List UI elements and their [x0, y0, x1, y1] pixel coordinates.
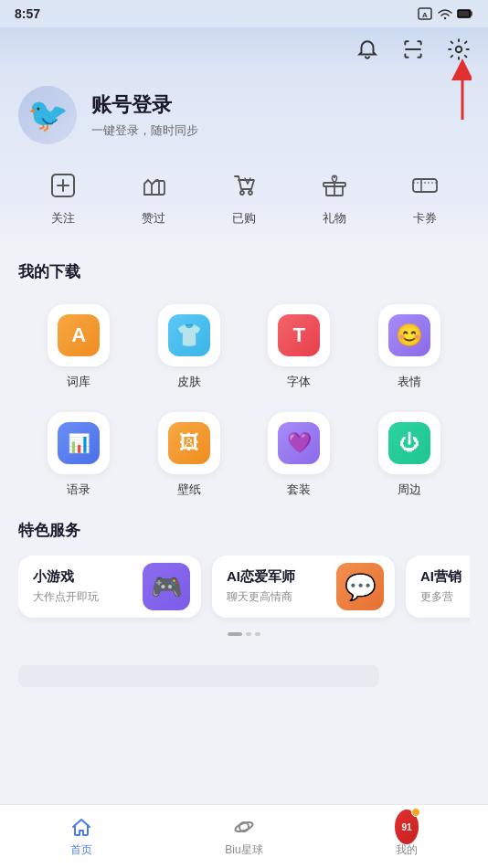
nav-item-profile[interactable]: 91 我的 [325, 808, 488, 865]
scan-button[interactable] [398, 35, 428, 64]
quick-action-follow-label: 关注 [51, 210, 75, 227]
quick-action-gift[interactable]: 礼物 [315, 166, 354, 227]
svg-rect-3 [459, 11, 469, 17]
profile-section: 🐦 账号登录 一键登录，随时同步 关注 [0, 71, 488, 245]
profile-subtitle: 一键登录，随时同步 [91, 122, 198, 139]
status-icons: A [417, 5, 473, 22]
scroll-indicator [18, 625, 470, 643]
scroll-dot-2 [246, 632, 251, 636]
profile-title: 账号登录 [91, 91, 198, 119]
bottom-nav: 首页 Biu星球 91 我的 [0, 804, 488, 868]
download-item-font[interactable]: T 字体 [246, 297, 353, 397]
ai-love-icon: 💬 [336, 563, 384, 610]
downloads-section: 我的下载 A 词库 👕 皮肤 T 字体 😊 表情 [0, 245, 488, 513]
download-item-skin[interactable]: 👕 皮肤 [136, 297, 243, 397]
bell-button[interactable] [353, 35, 382, 64]
services-title: 特色服务 [18, 520, 470, 541]
downloads-title: 我的下载 [18, 261, 470, 282]
download-item-wallpaper[interactable]: 🖼 壁纸 [136, 405, 243, 505]
services-section: 特色服务 小游戏 大作点开即玩 🎮 AI恋爱军师 聊天更高情商 💬 AI营销 更… [0, 513, 488, 658]
game-icon: 🎮 [143, 563, 190, 610]
download-item-outfit[interactable]: 💜 套装 [246, 405, 353, 505]
nav-planet-label: Biu星球 [225, 842, 262, 858]
download-item-quote[interactable]: 📊 语录 [26, 405, 133, 505]
quick-action-coupon[interactable]: 卡券 [406, 166, 444, 227]
status-bar: 8:57 A [0, 0, 488, 27]
service-card-game[interactable]: 小游戏 大作点开即玩 🎮 [18, 556, 201, 618]
profile-header[interactable]: 🐦 账号登录 一键登录，随时同步 [18, 86, 470, 144]
avatar: 🐦 [18, 86, 77, 144]
quick-action-gift-label: 礼物 [323, 210, 346, 227]
svg-text:A: A [422, 11, 428, 19]
download-grid: A 词库 👕 皮肤 T 字体 😊 表情 📊 [18, 297, 470, 505]
nav-item-planet[interactable]: Biu星球 [163, 808, 325, 865]
download-item-emoji[interactable]: 😊 表情 [356, 297, 463, 397]
top-nav [0, 27, 488, 71]
service-card-ai-love[interactable]: AI恋爱军师 聊天更高情商 💬 [212, 556, 395, 618]
svg-point-10 [249, 191, 252, 195]
download-item-peripheral[interactable]: ⏻ 周边 [356, 405, 463, 505]
svg-point-9 [240, 191, 244, 195]
quick-action-purchased-label: 已购 [232, 210, 256, 227]
nav-profile-label: 我的 [396, 842, 418, 858]
scroll-dot-3 [255, 632, 260, 636]
svg-point-5 [456, 47, 462, 53]
nav-item-home[interactable]: 首页 [0, 808, 163, 865]
service-card-ai-marketing[interactable]: AI营销 更多营 📢 [406, 556, 470, 618]
quick-action-like-label: 赞过 [142, 210, 165, 227]
battery-icon [457, 5, 473, 22]
quick-action-follow[interactable]: 关注 [44, 166, 82, 227]
scroll-dot-1 [228, 632, 242, 636]
services-scroll[interactable]: 小游戏 大作点开即玩 🎮 AI恋爱军师 聊天更高情商 💬 AI营销 更多营 📢 [18, 556, 470, 625]
quick-action-like[interactable]: 赞过 [134, 166, 173, 227]
nav-home-label: 首页 [70, 842, 92, 858]
svg-point-18 [234, 820, 254, 833]
quick-action-coupon-label: 卡券 [413, 210, 437, 227]
a-icon: A [417, 5, 433, 22]
quick-action-purchased[interactable]: 已购 [225, 166, 263, 227]
quick-actions: 关注 赞过 已购 [18, 166, 470, 227]
settings-button[interactable] [444, 35, 473, 64]
wifi-icon [437, 5, 453, 22]
status-time: 8:57 [15, 6, 40, 21]
svg-rect-14 [413, 179, 437, 192]
download-item-vocab[interactable]: A 词库 [26, 297, 133, 397]
